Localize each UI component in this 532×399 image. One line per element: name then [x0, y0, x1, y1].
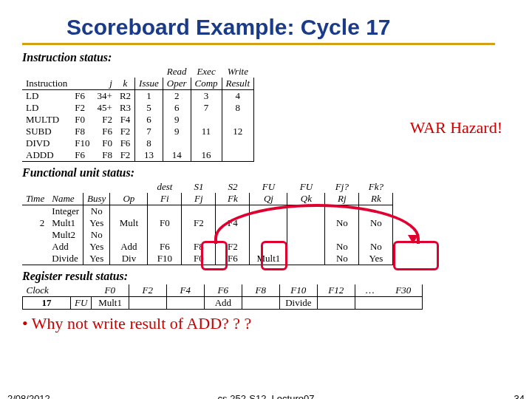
table-row: LDF634+R21234: [22, 90, 254, 103]
col-busy: Busy: [83, 193, 110, 205]
col-fu1: FU: [250, 181, 287, 193]
page-number: 34: [514, 393, 525, 399]
highlight-box-fi: [201, 241, 228, 270]
fu-label: FU: [71, 297, 92, 310]
col-result: Result: [222, 78, 254, 90]
col-qj: Qj: [250, 193, 287, 205]
col-instruction: Instruction: [22, 78, 71, 90]
col-op: Op: [110, 193, 148, 205]
table-row: ADDDF6F8F2131416: [22, 149, 254, 162]
reg-status-heading: Register result status:: [22, 270, 510, 283]
table-row: SUBDF8F6F2791112: [22, 126, 254, 137]
table-row: MULTDF0F2F469: [22, 114, 254, 126]
clock-value: 17: [23, 297, 71, 310]
col-clock: Clock: [23, 284, 71, 297]
col-k: k: [116, 78, 135, 90]
col-time: Time: [22, 193, 48, 205]
title-underline: [22, 43, 495, 45]
col-fkq: Fk?: [359, 181, 393, 193]
arrow-head-icon: [408, 235, 418, 244]
fu-status-heading: Functional unit status:: [22, 166, 510, 180]
col-exec: Exec: [191, 66, 222, 78]
col-fjq: Fj?: [325, 181, 359, 193]
war-hazard-annotation: WAR Hazard!: [410, 118, 502, 137]
col-issue: Issue: [135, 78, 163, 90]
col-comp: Comp: [191, 78, 222, 90]
col-fj: Fj: [182, 193, 216, 205]
col-dest: dest: [148, 181, 182, 193]
highlight-box-rk: [393, 241, 439, 270]
col-read: Read: [163, 66, 191, 78]
col-rk: Rk: [359, 193, 393, 205]
col-s1: S1: [182, 181, 216, 193]
col-oper: Oper: [163, 78, 191, 90]
col-rj: Rj: [325, 193, 359, 205]
slide-title: Scoreboard Example: Cycle 17: [66, 15, 510, 40]
col-fk: Fk: [216, 193, 250, 205]
reg-status-table: Clock F0 F2 F4 F6 F8 F10 F12 … F30 17 FU…: [22, 284, 423, 310]
table-row: LDF245+R35678: [22, 102, 254, 114]
highlight-box-fk: [261, 241, 287, 270]
col-name: Name: [48, 193, 83, 205]
question-bullet: • Why not write result of ADD? ? ?: [22, 314, 510, 333]
col-fu2: FU: [287, 181, 325, 193]
col-s2: S2: [216, 181, 250, 193]
table-row: DIVDF10F0F68: [22, 137, 254, 149]
col-fi: Fi: [148, 193, 182, 205]
col-j: j: [94, 78, 116, 90]
footer-course: cs 252-S12, Lecture07: [0, 393, 532, 399]
instr-status-table: Read Exec Write Instruction j k Issue Op…: [22, 66, 254, 162]
col-write: Write: [222, 66, 254, 78]
instr-status-heading: Instruction status:: [22, 51, 510, 64]
